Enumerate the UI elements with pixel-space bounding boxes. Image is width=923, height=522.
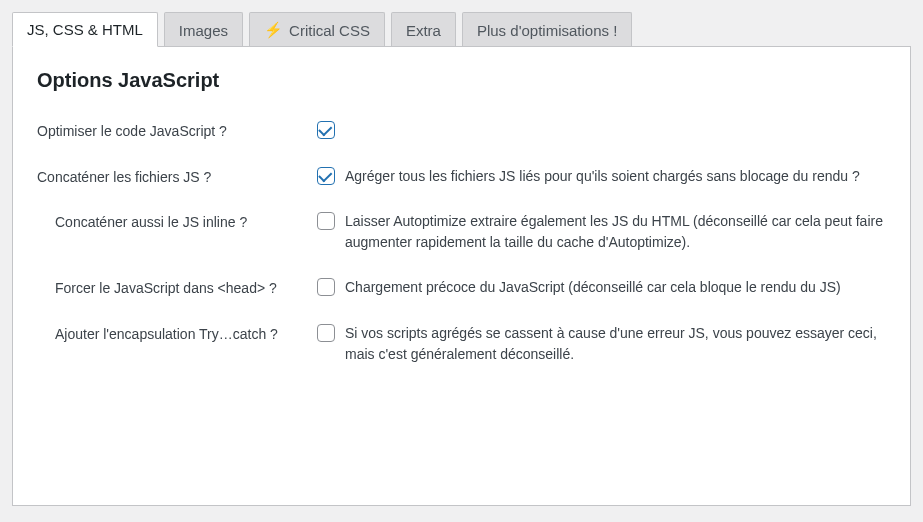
label-optimize-js: Optimiser le code JavaScript ? (37, 120, 317, 142)
row-force-head: Forcer le JavaScript dans <head> ? Charg… (37, 277, 886, 299)
checkbox-concat-js[interactable] (317, 167, 335, 185)
tab-more-optim[interactable]: Plus d'optimisations ! (462, 12, 632, 47)
label-concat-inline: Concaténer aussi le JS inline ? (37, 211, 317, 233)
checkbox-optimize-js[interactable] (317, 121, 335, 139)
row-trycatch: Ajouter l'encapsulation Try…catch ? Si v… (37, 323, 886, 365)
label-trycatch: Ajouter l'encapsulation Try…catch ? (37, 323, 317, 345)
checkbox-force-head[interactable] (317, 278, 335, 296)
label-concat-js: Concaténer les fichiers JS ? (37, 166, 317, 188)
checkbox-concat-inline[interactable] (317, 212, 335, 230)
desc-concat-inline: Laisser Autoptimize extraire également l… (345, 211, 886, 253)
tab-bar: JS, CSS & HTML Images ⚡ Critical CSS Ext… (0, 0, 923, 47)
bolt-icon: ⚡ (264, 21, 283, 39)
tab-images[interactable]: Images (164, 12, 243, 47)
tab-critical-css-label: Critical CSS (289, 22, 370, 39)
row-optimize-js: Optimiser le code JavaScript ? (37, 120, 886, 142)
section-heading: Options JavaScript (37, 69, 886, 92)
label-force-head: Forcer le JavaScript dans <head> ? (37, 277, 317, 299)
desc-force-head: Chargement précoce du JavaScript (décons… (345, 277, 886, 298)
tab-critical-css[interactable]: ⚡ Critical CSS (249, 12, 385, 47)
settings-panel: Options JavaScript Optimiser le code Jav… (12, 46, 911, 506)
tab-js-css-html[interactable]: JS, CSS & HTML (12, 12, 158, 47)
row-concat-js: Concaténer les fichiers JS ? Agréger tou… (37, 166, 886, 188)
desc-concat-js: Agréger tous les fichiers JS liés pour q… (345, 166, 886, 187)
checkbox-trycatch[interactable] (317, 324, 335, 342)
tab-extra[interactable]: Extra (391, 12, 456, 47)
row-concat-inline: Concaténer aussi le JS inline ? Laisser … (37, 211, 886, 253)
desc-trycatch: Si vos scripts agrégés se cassent à caus… (345, 323, 886, 365)
